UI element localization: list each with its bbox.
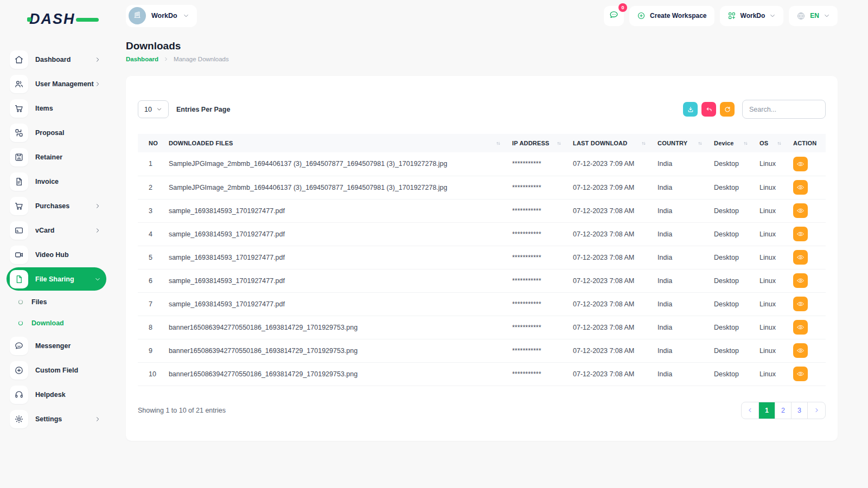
ip-address: *********** — [507, 339, 567, 362]
downloaded-file-name: banner1650863942770550186_1693814729_170… — [163, 339, 507, 362]
sidebar-item-proposal[interactable]: Proposal — [7, 120, 106, 145]
language-selector[interactable]: EN — [789, 6, 838, 26]
workspace-menu-button[interactable]: WorkDo — [720, 6, 784, 26]
entries-per-page-select[interactable]: 10 — [138, 100, 169, 118]
messages-badge: 0 — [618, 3, 627, 12]
undo-button[interactable] — [701, 102, 716, 117]
chevron-down-icon — [94, 276, 101, 282]
workspace-selector[interactable]: WorkDo — [126, 5, 197, 27]
messages-button[interactable]: 0 — [604, 6, 624, 26]
view-download-button[interactable] — [793, 203, 808, 218]
chevron-right-icon — [94, 416, 101, 422]
sort-icon[interactable] — [743, 140, 749, 146]
ip-address: *********** — [507, 269, 567, 292]
refresh-button[interactable] — [720, 102, 735, 117]
column-header-ip-address[interactable]: IP ADDRESS — [507, 134, 567, 152]
chat-icon — [10, 337, 28, 355]
view-download-button[interactable] — [793, 250, 808, 265]
column-header-last-download[interactable]: LAST DOWNLOAD — [567, 134, 652, 152]
column-header-action: ACTION — [788, 134, 826, 152]
sidebar-item-settings[interactable]: Settings — [7, 407, 106, 431]
sort-icon[interactable] — [776, 140, 782, 146]
sidebar-item-retainer[interactable]: Retainer — [7, 145, 106, 169]
row-number: 7 — [138, 292, 163, 316]
export-button[interactable] — [683, 102, 698, 117]
sidebar-item-items[interactable]: Items — [7, 96, 106, 120]
sort-icon[interactable] — [495, 140, 501, 146]
sidebar-item-messenger[interactable]: Messenger — [7, 333, 106, 358]
action-cell — [788, 269, 826, 292]
sidebar-item-dashboard[interactable]: Dashboard — [7, 47, 106, 72]
view-download-button[interactable] — [793, 180, 808, 195]
downloaded-file-name: sample_1693814593_1701927477.pdf — [163, 246, 507, 269]
sidebar-item-helpdesk[interactable]: Helpdesk — [7, 382, 106, 407]
users-icon — [10, 75, 28, 93]
sidebar-item-custom-field[interactable]: Custom Field — [7, 358, 106, 382]
globe-icon — [796, 11, 806, 21]
table-row: 10banner1650863942770550186_1693814729_1… — [138, 362, 826, 386]
chevron-right-icon — [163, 56, 169, 62]
breadcrumb-current: Manage Downloads — [174, 56, 229, 62]
column-header-os[interactable]: OS — [754, 134, 788, 152]
pagination-prev-button[interactable] — [742, 402, 759, 419]
view-download-button[interactable] — [793, 297, 808, 311]
downloaded-file-name: sample_1693814593_1701927477.pdf — [163, 269, 507, 292]
grid-plus-icon — [727, 11, 736, 20]
chevron-down-icon — [156, 106, 162, 112]
video-icon — [10, 246, 28, 264]
chevron-left-icon — [747, 407, 753, 413]
last-download-time: 07-12-2023 7:08 AM — [567, 339, 652, 362]
pagination-page-1[interactable]: 1 — [759, 402, 775, 419]
eye-icon — [796, 253, 805, 261]
sidebar-subitem-files[interactable]: Files — [7, 291, 106, 312]
last-download-time: 07-12-2023 7:09 AM — [567, 152, 652, 176]
ip-address: *********** — [507, 246, 567, 269]
device: Desktop — [709, 316, 754, 339]
breadcrumb-dashboard-link[interactable]: Dashboard — [126, 56, 158, 62]
action-cell — [788, 246, 826, 269]
sort-icon[interactable] — [697, 140, 703, 146]
search-input[interactable] — [742, 100, 826, 119]
sidebar-item-vcard[interactable]: vCard — [7, 218, 106, 242]
pagination-page-3[interactable]: 3 — [792, 402, 808, 419]
page-header: Downloads Dashboard Manage Downloads — [126, 40, 838, 62]
sidebar-item-invoice[interactable]: Invoice — [7, 169, 106, 194]
table-row: 9banner1650863942770550186_1693814729_17… — [138, 339, 826, 362]
view-download-button[interactable] — [793, 367, 808, 381]
column-header-device[interactable]: Device — [709, 134, 754, 152]
ip-address: *********** — [507, 362, 567, 386]
sidebar-subitem-download[interactable]: Download — [7, 312, 106, 333]
pagination-next-button[interactable] — [808, 402, 825, 419]
downloaded-file-name: sample_1693814593_1701927477.pdf — [163, 222, 507, 246]
view-download-button[interactable] — [793, 157, 808, 171]
column-header-downloaded-files[interactable]: DOWNLOADED FILES — [163, 134, 507, 152]
sidebar-item-file-sharing[interactable]: File Sharing — [7, 267, 106, 291]
os: Linux — [754, 339, 788, 362]
pagination-page-2[interactable]: 2 — [775, 402, 792, 419]
pagination: 123 — [741, 402, 826, 419]
action-cell — [788, 152, 826, 176]
table-row: 4sample_1693814593_1701927477.pdf*******… — [138, 222, 826, 246]
cart-icon — [10, 99, 28, 118]
os: Linux — [754, 222, 788, 246]
view-download-button[interactable] — [793, 343, 808, 358]
sidebar-item-label: Purchases — [35, 202, 94, 210]
sort-icon[interactable] — [641, 140, 647, 146]
sidebar-item-video-hub[interactable]: Video Hub — [7, 242, 106, 267]
column-header-country[interactable]: COUNTRY — [652, 134, 709, 152]
eye-icon — [796, 183, 805, 191]
view-download-button[interactable] — [793, 320, 808, 335]
sort-icon[interactable] — [556, 140, 562, 146]
view-download-button[interactable] — [793, 227, 808, 241]
view-download-button[interactable] — [793, 273, 808, 288]
sidebar-item-purchases[interactable]: Purchases — [7, 194, 106, 218]
device: Desktop — [709, 199, 754, 222]
ip-address: *********** — [507, 199, 567, 222]
create-workspace-button[interactable]: Create Workspace — [629, 6, 714, 26]
workspace-avatar — [129, 7, 146, 24]
sidebar-item-user-management[interactable]: User Management — [7, 72, 106, 96]
device: Desktop — [709, 362, 754, 386]
action-cell — [788, 362, 826, 386]
country: India — [652, 362, 709, 386]
table-row: 6sample_1693814593_1701927477.pdf*******… — [138, 269, 826, 292]
